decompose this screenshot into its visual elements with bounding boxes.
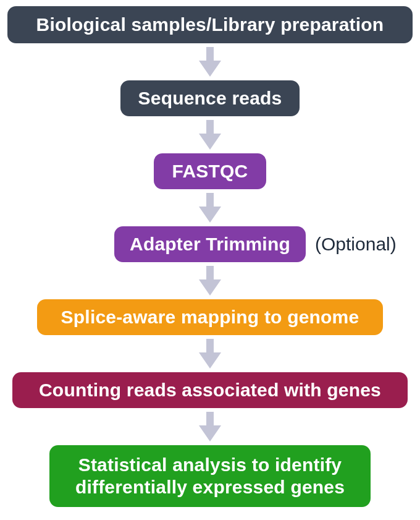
flowchart-canvas: Biological samples/Library preparation S… (0, 0, 420, 520)
step-label: Biological samples/Library preparation (36, 14, 384, 36)
arrow-down-icon (198, 412, 222, 441)
arrow-down-icon (198, 120, 222, 150)
step-fastqc: FASTQC (154, 153, 266, 189)
step-label: Counting reads associated with genes (39, 379, 381, 401)
optional-annotation: (Optional) (315, 234, 397, 255)
step-label: Sequence reads (138, 87, 282, 109)
step-splice-aware-mapping: Splice-aware mapping to genome (37, 299, 383, 335)
arrow-down-icon (198, 47, 222, 77)
arrow-down-icon (198, 339, 222, 369)
arrow-down-icon (198, 266, 222, 296)
step-label: Splice-aware mapping to genome (61, 306, 359, 328)
step-label: FASTQC (172, 160, 248, 182)
step-biological-samples: Biological samples/Library preparation (7, 6, 413, 43)
step-statistical-analysis: Statistical analysis to identify differe… (49, 445, 371, 507)
annotation-text: (Optional) (315, 234, 397, 254)
step-sequence-reads: Sequence reads (120, 80, 300, 116)
step-label: Statistical analysis to identify differe… (63, 454, 357, 498)
step-adapter-trimming: Adapter Trimming (114, 226, 306, 262)
arrow-down-icon (198, 193, 222, 223)
step-label: Adapter Trimming (130, 233, 290, 255)
step-counting-reads: Counting reads associated with genes (12, 372, 408, 408)
